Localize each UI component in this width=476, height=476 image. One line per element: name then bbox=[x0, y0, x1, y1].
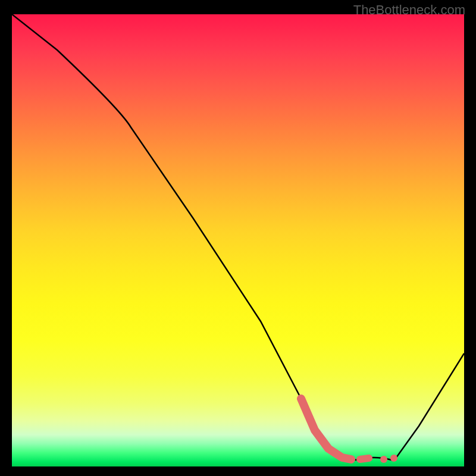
gradient-background bbox=[12, 14, 464, 466]
attribution-text: TheBottleneck.com bbox=[353, 2, 465, 18]
plot-area bbox=[12, 14, 464, 466]
